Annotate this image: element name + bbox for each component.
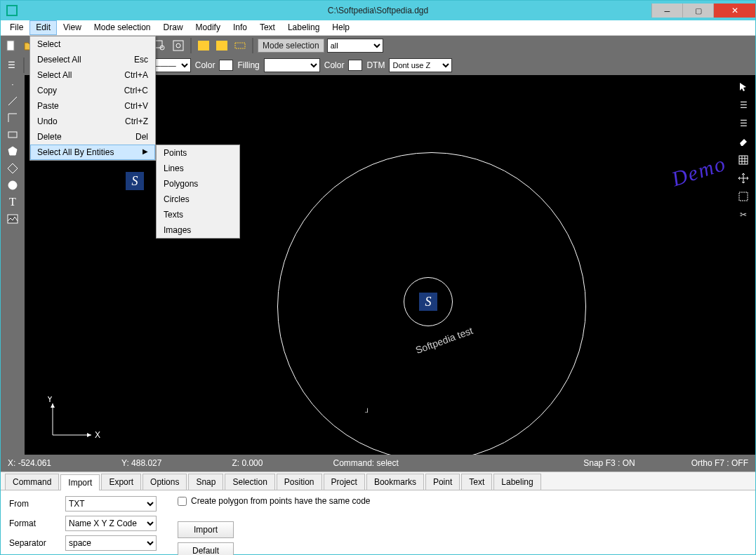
- entities-polygons[interactable]: Polygons: [157, 176, 239, 192]
- separator: [23, 58, 25, 73]
- eraser-icon[interactable]: [736, 134, 751, 149]
- menu-text[interactable]: Text: [253, 20, 281, 35]
- tab-project[interactable]: Project: [324, 474, 365, 490]
- menu-mode-selection[interactable]: Mode selection: [88, 20, 157, 35]
- entities-circles[interactable]: Circles: [157, 192, 239, 207]
- grid-icon[interactable]: [736, 152, 751, 168]
- ruler1-icon[interactable]: [196, 38, 211, 53]
- menu-modify[interactable]: Modify: [190, 20, 227, 35]
- edit-delete[interactable]: DeleteDel: [30, 129, 155, 145]
- window-controls: [651, 4, 755, 18]
- tab-import[interactable]: Import: [60, 474, 100, 490]
- edit-select[interactable]: Select: [30, 36, 155, 52]
- import-panel: From TXT Format Name X Y Z Code Separato…: [1, 490, 755, 555]
- ruler2-icon[interactable]: [214, 38, 230, 53]
- status-z: Z: 0.000: [232, 458, 263, 468]
- menu-edit[interactable]: Edit: [29, 20, 57, 35]
- tab-position[interactable]: Position: [277, 474, 322, 490]
- menu-view[interactable]: View: [57, 20, 88, 35]
- entities-texts[interactable]: Texts: [157, 207, 239, 222]
- close-button[interactable]: [713, 4, 755, 18]
- tab-selection[interactable]: Selection: [225, 474, 274, 490]
- circle-tool-icon[interactable]: [5, 178, 20, 193]
- demo-watermark: Demo: [669, 152, 729, 192]
- svg-rect-8: [8, 132, 17, 138]
- mode-selection-label: Mode selection: [258, 39, 324, 53]
- entities-points[interactable]: Points: [157, 145, 239, 161]
- color-label: Color: [195, 60, 215, 70]
- edit-paste[interactable]: PasteCtrl+V: [30, 98, 155, 114]
- ruler3-icon[interactable]: [232, 38, 248, 53]
- edit-dropdown: Select Deselect AllEsc Select AllCtrl+A …: [29, 36, 156, 161]
- cursor-icon[interactable]: [736, 79, 751, 95]
- dtm-select[interactable]: Dont use Z: [389, 58, 452, 72]
- scissors-icon[interactable]: ✂: [736, 207, 751, 222]
- tab-point[interactable]: Point: [425, 474, 460, 490]
- from-select[interactable]: TXT: [65, 496, 157, 511]
- entities-images[interactable]: Images: [157, 222, 239, 238]
- line-tool-icon[interactable]: [5, 93, 20, 109]
- edit-select-all[interactable]: Select AllCtrl+A: [30, 67, 155, 83]
- zoom-extents-icon[interactable]: [171, 38, 186, 53]
- rect-select-icon[interactable]: [736, 189, 751, 204]
- app-icon: [6, 5, 18, 16]
- list-icon[interactable]: ☰: [4, 58, 19, 73]
- edit-deselect-all[interactable]: Deselect AllEsc: [30, 52, 155, 67]
- edit-select-all-by-entities[interactable]: Select All By Entities▶: [30, 145, 155, 160]
- mode-selection-select[interactable]: all: [327, 39, 383, 53]
- menu-draw[interactable]: Draw: [157, 20, 190, 35]
- tab-text[interactable]: Text: [461, 474, 492, 490]
- svg-rect-0: [7, 41, 14, 51]
- svg-text:X: X: [95, 430, 100, 440]
- separator: [252, 38, 253, 53]
- window-title: C:\Softpedia\Softpedia.dgd: [328, 6, 428, 15]
- point-tool-icon[interactable]: ·: [5, 76, 20, 92]
- menu-help[interactable]: Help: [326, 20, 356, 35]
- image-tool-icon[interactable]: [5, 211, 20, 227]
- menu-info[interactable]: Info: [227, 20, 253, 35]
- status-x: X: -524.061: [8, 458, 51, 468]
- color2-swatch[interactable]: [348, 60, 362, 71]
- format-label: Format: [9, 519, 58, 528]
- create-polygon-label: Create polygon from points have the same…: [191, 496, 370, 506]
- color-swatch[interactable]: [219, 60, 233, 71]
- default-button[interactable]: Default: [178, 542, 234, 555]
- menu-labeling[interactable]: Labeling: [281, 20, 326, 35]
- tab-labeling[interactable]: Labeling: [493, 474, 541, 490]
- layers-icon[interactable]: ☰: [736, 98, 751, 113]
- app-window: C:\Softpedia\Softpedia.dgd File Edit Vie…: [0, 0, 756, 555]
- separator-select[interactable]: space: [65, 535, 157, 551]
- filling-select[interactable]: [264, 58, 320, 72]
- svg-text:Y: Y: [47, 396, 53, 404]
- svg-rect-5: [173, 41, 183, 51]
- left-toolbar: · T: [1, 75, 25, 455]
- stack-icon[interactable]: ☰: [736, 116, 751, 131]
- format-select[interactable]: Name X Y Z Code: [65, 516, 157, 531]
- filling-label: Filling: [237, 60, 259, 70]
- rectangle-tool-icon[interactable]: [5, 127, 20, 142]
- menu-file[interactable]: File: [4, 20, 29, 35]
- tab-export[interactable]: Export: [101, 474, 141, 490]
- polyline-tool-icon[interactable]: [5, 110, 20, 126]
- separator: [190, 38, 192, 53]
- import-options: Create polygon from points have the same…: [178, 496, 370, 555]
- move-icon[interactable]: [736, 170, 751, 186]
- minimize-button[interactable]: [651, 4, 682, 18]
- separator-label: Separator: [9, 538, 58, 548]
- new-file-icon[interactable]: [4, 38, 19, 53]
- text-tool-icon[interactable]: T: [5, 194, 20, 210]
- edit-copy[interactable]: CopyCtrl+C: [30, 83, 155, 98]
- polygon-tool-icon[interactable]: [5, 144, 20, 159]
- tab-command[interactable]: Command: [5, 474, 59, 490]
- tab-options[interactable]: Options: [142, 474, 187, 490]
- tab-bookmarks[interactable]: Bookmarks: [366, 474, 424, 490]
- edit-undo[interactable]: UndoCtrl+Z: [30, 114, 155, 129]
- entities-lines[interactable]: Lines: [157, 161, 239, 176]
- create-polygon-checkbox[interactable]: [178, 497, 187, 506]
- import-button[interactable]: Import: [178, 521, 234, 538]
- svg-rect-3: [155, 41, 162, 48]
- maximize-button[interactable]: [682, 4, 713, 18]
- diamond-tool-icon[interactable]: [5, 161, 20, 176]
- tab-snap[interactable]: Snap: [188, 474, 223, 490]
- color2-label: Color: [324, 60, 345, 70]
